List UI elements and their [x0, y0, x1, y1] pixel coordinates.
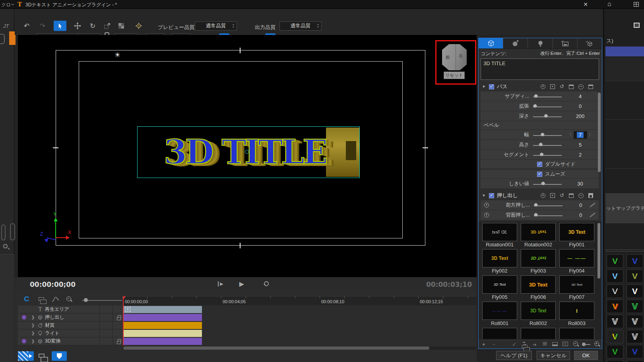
home-icon[interactable]: ⌂: [607, 0, 611, 8]
frame-handle[interactable]: [423, 147, 428, 148]
extrude-checkbox[interactable]: [489, 193, 494, 198]
param-row-threshold[interactable]: しきい値 30: [481, 179, 599, 189]
preset-partial[interactable]: [521, 328, 556, 339]
style-tile[interactable]: V: [607, 285, 623, 298]
cancel-button[interactable]: キャンセル: [537, 351, 570, 360]
remove-icon[interactable]: [578, 84, 584, 89]
path-checkbox[interactable]: [489, 84, 494, 89]
param-slider[interactable]: [533, 116, 562, 117]
track-row-material[interactable]: ❯ 材質: [18, 321, 122, 329]
param-row-height[interactable]: 高さ 5: [481, 140, 599, 150]
nav-right-face[interactable]: 右: [459, 53, 463, 59]
3d-text-object[interactable]: 3D TITLE: [137, 126, 360, 178]
preset-fly004[interactable]: — —— Fly004: [559, 249, 594, 274]
param-row-segments[interactable]: セグメント 2: [481, 150, 599, 160]
preset-roll003[interactable]: I Roll003: [559, 302, 594, 327]
apply-button[interactable]: ✓: [509, 341, 520, 347]
track-enabled-dot[interactable]: [22, 339, 26, 343]
lock-icon[interactable]: [117, 315, 121, 320]
window-icon[interactable]: [569, 85, 574, 89]
style-tile[interactable]: V: [627, 345, 643, 358]
thumb-size-knob[interactable]: [582, 343, 586, 346]
param-row-width[interactable]: 幅 〈 7 〉: [481, 130, 599, 140]
step-forward-button[interactable]: ▶: [215, 279, 226, 288]
keyframe-clock-icon[interactable]: [484, 213, 489, 217]
param-slider[interactable]: [533, 145, 562, 146]
timeline-zoom-slider[interactable]: [82, 300, 122, 301]
style-tile[interactable]: V: [607, 360, 623, 362]
close-icon[interactable]: ✕: [580, 0, 592, 9]
thumb-size-slider[interactable]: [582, 344, 591, 345]
window-icon[interactable]: [569, 194, 574, 198]
view-navigation-cube[interactable]: 前 右: [442, 44, 467, 70]
window-mini-icon[interactable]: [634, 23, 640, 28]
preset-fly001[interactable]: 3D Text Fly001: [559, 223, 594, 248]
move-tool-button[interactable]: [71, 21, 84, 31]
save-icon[interactable]: [588, 193, 593, 198]
param-value-field[interactable]: 7: [574, 131, 587, 139]
style-tile[interactable]: V: [627, 269, 643, 283]
keyframe-clock-icon[interactable]: [484, 203, 489, 207]
clip-material[interactable]: [123, 322, 202, 329]
style-tile[interactable]: V: [607, 330, 623, 343]
style-tile[interactable]: V: [627, 254, 643, 268]
expand-chevron-icon[interactable]: ❯: [30, 315, 36, 319]
clip-transform[interactable]: [123, 338, 202, 345]
add-preset-button[interactable]: +: [479, 341, 489, 347]
style-tile[interactable]: V: [607, 315, 623, 328]
style-tile[interactable]: V: [627, 300, 643, 313]
rotate-tool-button[interactable]: ↻: [86, 21, 99, 31]
preset-fly007[interactable]: 3D Text Fly007: [559, 275, 594, 300]
play-button[interactable]: ▶: [237, 279, 247, 288]
track-row-light[interactable]: ❯ ライト: [18, 329, 122, 337]
param-slider[interactable]: [533, 184, 562, 185]
style-tile[interactable]: V: [607, 269, 623, 283]
frame-handle[interactable]: [240, 243, 241, 248]
preset-rotation002[interactable]: 3D Text Rotation002: [521, 223, 556, 248]
preset-fly006[interactable]: 3D Text Fly006: [521, 275, 556, 300]
clip-extrude[interactable]: [123, 314, 202, 321]
output-quality-select[interactable]: 通常品質 ▲▼: [279, 21, 322, 31]
timeline-hscrollbar[interactable]: [122, 347, 477, 350]
style-tile[interactable]: V: [627, 330, 643, 343]
target-tool-button[interactable]: [132, 21, 145, 31]
content-text-input[interactable]: 3D TITLE: [481, 58, 599, 80]
style-tile[interactable]: V: [627, 360, 643, 362]
expand-chevron-icon[interactable]: ❯: [30, 323, 36, 327]
tab-light[interactable]: [528, 38, 553, 48]
param-row-subdivision[interactable]: サブディ... 4: [481, 91, 599, 101]
track-row-text[interactable]: T 再生エリア: [18, 306, 122, 314]
hscrollbar-thumb[interactable]: [123, 347, 429, 350]
magnet-snap-icon[interactable]: C: [24, 296, 29, 303]
anchor-point[interactable]: [245, 150, 249, 154]
collapse-chevron-icon[interactable]: ▼: [479, 85, 489, 89]
shield-button[interactable]: [52, 351, 67, 361]
redo-button[interactable]: ↷: [36, 21, 49, 31]
clip-text[interactable]: T: [123, 306, 202, 313]
nav-front-face[interactable]: 前: [446, 54, 450, 60]
style-tile[interactable]: V: [627, 285, 643, 298]
param-row-depth[interactable]: 深さ 200: [481, 111, 599, 121]
path-section-header[interactable]: ▼ パス ↺: [479, 82, 602, 91]
keyframe-box-icon[interactable]: [550, 193, 555, 198]
param-slider[interactable]: [533, 155, 562, 156]
window-small-icon[interactable]: [588, 85, 593, 89]
keyframe-clock-icon[interactable]: [541, 193, 545, 198]
smooth-checkbox[interactable]: [537, 172, 542, 177]
lock-icon[interactable]: [117, 339, 121, 344]
checkbox-row-doubleside[interactable]: ダブルサイド: [481, 160, 599, 169]
style-tile[interactable]: V: [627, 315, 643, 328]
layers-icon[interactable]: [39, 297, 44, 301]
quality-quad-button[interactable]: [115, 21, 128, 31]
param-slider[interactable]: [534, 215, 563, 216]
remove-preset-button[interactable]: −: [489, 341, 499, 347]
scale-tool-button[interactable]: [101, 21, 113, 31]
tab-3d-settings[interactable]: [578, 38, 602, 48]
preset-partial[interactable]: [559, 328, 594, 339]
param-row-front-extrude[interactable]: 前方押し... 0: [481, 200, 599, 210]
stepper-right-icon[interactable]: 〉: [589, 132, 594, 138]
undo-button[interactable]: ↶: [20, 21, 33, 31]
preset-scrollbar[interactable]: [597, 223, 600, 279]
clip-light[interactable]: [123, 330, 202, 337]
collapse-chevron-icon[interactable]: ▼: [479, 194, 489, 197]
